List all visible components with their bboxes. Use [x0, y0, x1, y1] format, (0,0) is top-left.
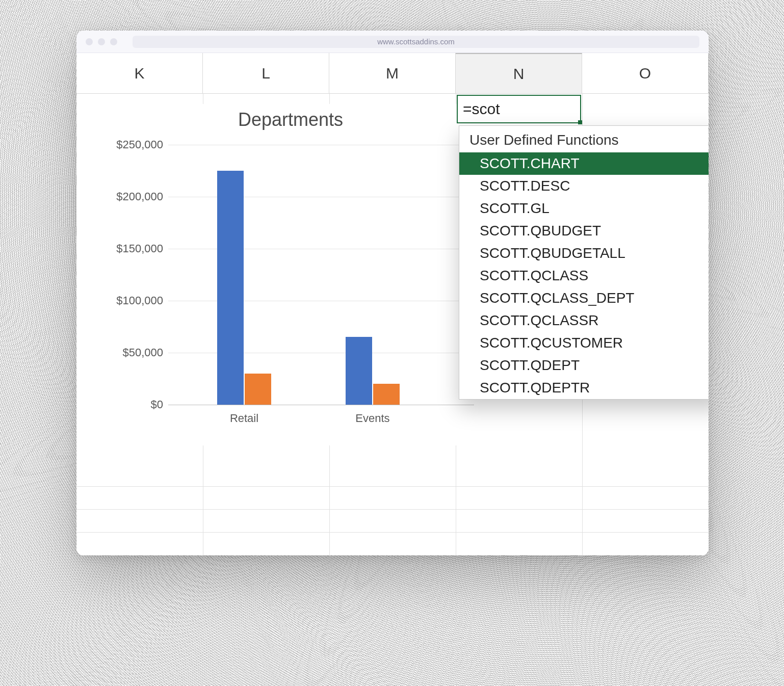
- autocomplete-header: User Defined Functions: [459, 126, 709, 152]
- autocomplete-item[interactable]: SCOTT.QBUDGET: [459, 220, 709, 242]
- y-tick: $200,000: [116, 190, 163, 203]
- col-header-N[interactable]: N: [456, 53, 582, 94]
- y-tick: $150,000: [116, 242, 163, 255]
- chart: Departments $250,000 $200,000 $150,000 $…: [97, 104, 484, 445]
- spreadsheet-area[interactable]: K L M N O Departments $250,000 $200,0: [76, 53, 709, 556]
- browser-titlebar: www.scottsaddins.com: [76, 31, 709, 53]
- window-controls: [86, 38, 117, 45]
- autocomplete-item[interactable]: SCOTT.QDEPT: [459, 354, 709, 377]
- y-tick: $100,000: [116, 294, 163, 307]
- bar-retail-s2: [245, 374, 271, 405]
- autocomplete-item[interactable]: SCOTT.DESC: [459, 175, 709, 197]
- active-cell-value: =scot: [463, 100, 500, 118]
- chart-plot-area: $250,000 $200,000 $150,000 $100,000 $50,…: [168, 145, 474, 405]
- column-headers: K L M N O: [76, 53, 709, 94]
- window-minimize-icon[interactable]: [98, 38, 105, 45]
- autocomplete-item[interactable]: SCOTT.QCLASSR: [459, 309, 709, 332]
- autocomplete-item[interactable]: SCOTT.CHART: [459, 152, 709, 175]
- x-label-events: Events: [355, 412, 389, 425]
- chart-title: Departments: [97, 109, 484, 130]
- autocomplete-item[interactable]: SCOTT.QDEPTR: [459, 377, 709, 399]
- autocomplete-item[interactable]: SCOTT.QCUSTOMER: [459, 332, 709, 354]
- col-header-K[interactable]: K: [76, 53, 203, 94]
- address-bar[interactable]: www.scottsaddins.com: [133, 36, 699, 48]
- bar-retail-s1: [217, 171, 244, 405]
- formula-autocomplete: User Defined Functions SCOTT.CHART SCOTT…: [459, 125, 709, 400]
- autocomplete-item[interactable]: SCOTT.QCLASS_DEPT: [459, 287, 709, 309]
- x-label-retail: Retail: [230, 412, 258, 425]
- bar-events-s1: [346, 337, 372, 405]
- browser-window: www.scottsaddins.com K L M N O Departmen…: [76, 31, 709, 556]
- window-zoom-icon[interactable]: [110, 38, 117, 45]
- y-tick: $50,000: [122, 346, 163, 359]
- window-close-icon[interactable]: [86, 38, 93, 45]
- col-header-O[interactable]: O: [582, 53, 709, 94]
- active-cell[interactable]: =scot: [457, 95, 581, 123]
- address-bar-text: www.scottsaddins.com: [377, 37, 455, 46]
- col-header-L[interactable]: L: [203, 53, 329, 94]
- autocomplete-item[interactable]: SCOTT.QCLASS: [459, 265, 709, 287]
- y-tick: $250,000: [116, 138, 163, 151]
- bar-events-s2: [373, 384, 400, 405]
- col-header-M[interactable]: M: [329, 53, 456, 94]
- autocomplete-item[interactable]: SCOTT.QBUDGETALL: [459, 242, 709, 265]
- y-tick: $0: [151, 398, 163, 411]
- autocomplete-item[interactable]: SCOTT.GL: [459, 197, 709, 220]
